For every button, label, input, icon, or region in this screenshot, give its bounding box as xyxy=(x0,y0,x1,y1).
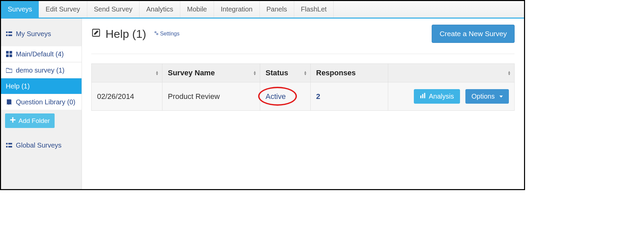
sort-icon: ▲▼ xyxy=(508,71,511,75)
svg-rect-10 xyxy=(6,143,8,145)
page-header: Help (1) Settings Create a New Survey xyxy=(91,25,515,54)
svg-rect-1 xyxy=(8,31,12,33)
svg-rect-13 xyxy=(8,146,12,148)
nav-analytics[interactable]: Analytics xyxy=(140,1,180,18)
page-title: Help (1) xyxy=(105,27,146,41)
gears-icon xyxy=(154,30,159,37)
grid-icon xyxy=(6,51,12,57)
add-folder-button[interactable]: Add Folder xyxy=(5,113,55,128)
svg-rect-7 xyxy=(9,54,12,57)
nav-surveys[interactable]: Surveys xyxy=(1,1,39,18)
svg-rect-19 xyxy=(424,93,425,98)
svg-rect-18 xyxy=(422,94,423,98)
svg-rect-4 xyxy=(6,51,9,54)
list-icon xyxy=(6,31,12,37)
nav-panels[interactable]: Panels xyxy=(260,1,294,18)
settings-label: Settings xyxy=(160,31,180,37)
sidebar: My Surveys Main/Default (4) demo survey … xyxy=(1,19,82,189)
sidebar-item-label: Question Library (0) xyxy=(16,98,75,106)
status-link[interactable]: Active xyxy=(266,92,286,101)
sidebar-question-library[interactable]: Question Library (0) xyxy=(1,94,82,110)
sidebar-item-label: Main/Default (4) xyxy=(16,50,64,58)
column-date[interactable]: ▲▼ xyxy=(92,64,162,82)
plus-icon xyxy=(10,117,16,125)
analysis-button[interactable]: Analysis xyxy=(414,89,460,104)
cell-status[interactable]: Active xyxy=(260,82,311,111)
svg-point-16 xyxy=(157,33,158,35)
surveys-table: ▲▼ Survey Name ▲▼ Status ▲▼ Responses xyxy=(91,63,515,111)
sidebar-my-surveys[interactable]: My Surveys xyxy=(1,26,82,42)
column-status[interactable]: Status ▲▼ xyxy=(260,64,311,82)
column-actions[interactable]: ▲▼ xyxy=(388,64,515,82)
svg-rect-12 xyxy=(6,146,8,148)
svg-point-15 xyxy=(155,31,156,33)
nav-send-survey[interactable]: Send Survey xyxy=(87,1,140,18)
svg-rect-6 xyxy=(6,54,9,57)
nav-integration[interactable]: Integration xyxy=(214,1,260,18)
cell-date: 02/26/2014 xyxy=(92,82,162,111)
options-label: Options xyxy=(471,93,495,100)
sidebar-item-label: Help (1) xyxy=(6,82,30,90)
sort-icon: ▲▼ xyxy=(253,71,256,75)
nav-flashlet[interactable]: FlashLet xyxy=(294,1,334,18)
edit-icon[interactable] xyxy=(91,28,101,40)
cell-survey-name[interactable]: Product Review xyxy=(162,82,260,111)
svg-rect-2 xyxy=(6,34,8,36)
create-survey-button[interactable]: Create a New Survey xyxy=(432,25,515,43)
settings-link[interactable]: Settings xyxy=(154,30,180,37)
analysis-label: Analysis xyxy=(429,93,454,100)
app-frame: Surveys Edit Survey Send Survey Analytic… xyxy=(0,0,525,190)
table-row: 02/26/2014 Product Review Active 2 xyxy=(92,82,515,111)
sidebar-demo-survey[interactable]: demo survey (1) xyxy=(1,62,82,78)
svg-rect-17 xyxy=(421,96,422,98)
nav-mobile[interactable]: Mobile xyxy=(180,1,214,18)
sidebar-item-label: demo survey (1) xyxy=(16,66,65,75)
main-content: Help (1) Settings Create a New Survey xyxy=(82,19,524,189)
column-responses[interactable]: Responses xyxy=(311,64,388,82)
folder-icon xyxy=(6,67,12,73)
cell-responses: 2 xyxy=(311,82,388,111)
nav-edit-survey[interactable]: Edit Survey xyxy=(39,1,87,18)
sort-icon: ▲▼ xyxy=(304,71,307,75)
sidebar-item-label: My Surveys xyxy=(16,29,51,38)
sidebar-main-default[interactable]: Main/Default (4) xyxy=(1,46,82,62)
add-folder-label: Add Folder xyxy=(19,117,50,125)
top-nav: Surveys Edit Survey Send Survey Analytic… xyxy=(1,1,524,19)
cell-actions: Analysis Options xyxy=(388,82,515,111)
svg-rect-5 xyxy=(9,51,12,54)
sort-icon: ▲▼ xyxy=(155,71,159,75)
svg-rect-0 xyxy=(6,31,8,33)
sidebar-help[interactable]: Help (1) xyxy=(1,78,82,94)
sidebar-global-surveys[interactable]: Global Surveys xyxy=(1,137,82,153)
svg-rect-11 xyxy=(8,143,12,145)
bar-chart-icon xyxy=(420,93,426,100)
book-icon xyxy=(6,99,12,105)
options-button[interactable]: Options xyxy=(465,89,509,104)
column-survey-name[interactable]: Survey Name ▲▼ xyxy=(162,64,260,82)
list-icon xyxy=(6,142,12,148)
svg-rect-9 xyxy=(10,119,16,120)
svg-rect-3 xyxy=(8,34,12,36)
sidebar-item-label: Global Surveys xyxy=(16,141,62,150)
